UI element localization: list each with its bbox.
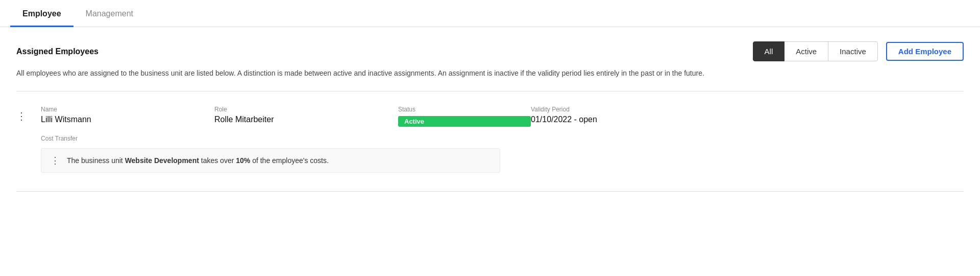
role-label: Role	[214, 106, 398, 113]
cost-transfer-menu-icon[interactable]: ⋮	[51, 155, 60, 166]
filter-active-button[interactable]: Active	[784, 41, 828, 61]
role-column: Role Rolle Mitarbeiter	[214, 106, 398, 127]
cost-text-suffix: of the employee's costs.	[250, 156, 329, 165]
cost-business-unit: Website Development	[125, 156, 199, 165]
add-employee-button[interactable]: Add Employee	[886, 42, 964, 61]
employee-fields-row: Name Lilli Witsmann Role Rolle Mitarbeit…	[41, 106, 964, 127]
filter-inactive-button[interactable]: Inactive	[828, 41, 878, 61]
validity-label: Validity Period	[531, 106, 964, 113]
tab-employee[interactable]: Employee	[10, 0, 74, 27]
filter-group: All Active Inactive Add Employee	[753, 41, 964, 61]
bottom-divider	[16, 191, 964, 192]
cost-percent: 10%	[236, 156, 250, 165]
employee-role: Rolle Mitarbeiter	[214, 115, 398, 124]
status-column: Status Active	[398, 106, 531, 127]
tabs-bar: Employee Management	[0, 0, 980, 27]
cost-text-middle: takes over	[199, 156, 236, 165]
page-container: Employee Management Assigned Employees A…	[0, 0, 980, 276]
filter-all-button[interactable]: All	[753, 41, 785, 61]
validity-value: 01/10/2022 - open	[531, 115, 964, 124]
employee-info: Name Lilli Witsmann Role Rolle Mitarbeit…	[41, 106, 964, 173]
name-label: Name	[41, 106, 214, 113]
cost-transfer-row: ⋮ The business unit Website Development …	[41, 148, 500, 173]
main-content: Assigned Employees All Active Inactive A…	[0, 27, 980, 202]
status-label: Status	[398, 106, 531, 113]
cost-text-prefix: The business unit	[67, 156, 125, 165]
section-header: Assigned Employees All Active Inactive A…	[16, 41, 964, 61]
validity-column: Validity Period 01/10/2022 - open	[531, 106, 964, 127]
status-badge: Active	[398, 116, 531, 127]
employee-name: Lilli Witsmann	[41, 115, 214, 124]
section-description: All employees who are assigned to the bu…	[16, 67, 833, 79]
table-row: ⋮ Name Lilli Witsmann Role Rolle Mitarbe…	[16, 104, 964, 181]
section-title: Assigned Employees	[16, 47, 99, 56]
name-column: Name Lilli Witsmann	[41, 106, 214, 127]
tab-management[interactable]: Management	[74, 0, 145, 27]
cost-transfer-text: The business unit Website Development ta…	[67, 156, 329, 165]
section-divider	[16, 91, 964, 91]
employee-menu-icon[interactable]: ⋮	[16, 106, 41, 122]
cost-transfer-label: Cost Transfer	[41, 135, 964, 142]
